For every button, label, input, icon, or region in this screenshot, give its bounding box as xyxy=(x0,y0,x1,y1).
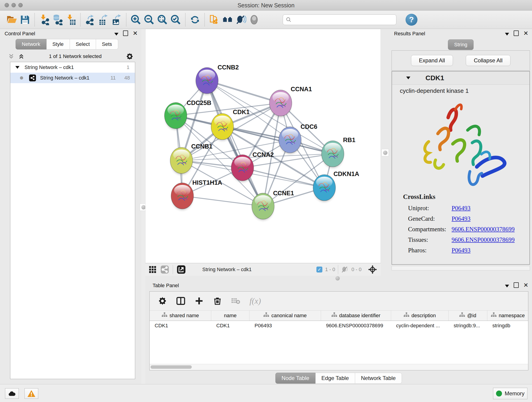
memory-button[interactable]: Memory xyxy=(493,388,527,399)
crosslink-value-link[interactable]: P06493 xyxy=(452,205,471,212)
panel-close-icon[interactable]: ✕ xyxy=(523,282,528,288)
tab-style[interactable]: Style xyxy=(46,39,70,50)
network-edge[interactable] xyxy=(207,81,280,103)
collapse-all-button[interactable]: Collapse All xyxy=(466,55,510,66)
grid-view-icon[interactable] xyxy=(148,265,157,274)
network-node-CDC25B[interactable] xyxy=(165,102,187,130)
protein-card-header[interactable]: CDK1 xyxy=(392,71,530,85)
table-cell[interactable]: 9606.ENSP00000378699 xyxy=(321,321,391,331)
network-node-CCNB1[interactable] xyxy=(170,147,193,175)
search-input[interactable] xyxy=(292,17,389,23)
zoom-out-icon[interactable] xyxy=(143,13,156,27)
hidden-eye-slash-icon[interactable] xyxy=(341,266,349,273)
right-splitter-handle[interactable] xyxy=(381,149,389,156)
import-table-icon[interactable] xyxy=(64,13,77,27)
show-columns-icon[interactable] xyxy=(176,296,185,306)
open-folder-icon[interactable] xyxy=(5,13,18,27)
collapse-all-icon[interactable] xyxy=(8,53,15,60)
tab-string[interactable]: String xyxy=(448,39,473,50)
panel-menu-icon[interactable] xyxy=(505,33,509,36)
delete-table-icon[interactable] xyxy=(231,296,240,306)
network-node-CCNB2[interactable] xyxy=(196,68,218,95)
network-collection-row[interactable]: String Network – cdk1 1 xyxy=(10,62,135,73)
expand-all-icon[interactable] xyxy=(18,53,25,60)
network-view-canvas[interactable]: CCNB2CCNA1CDC25BCDK1CDC6RB1CCNB1CCNA2CDK… xyxy=(145,29,381,263)
table-cell[interactable]: CDK1 xyxy=(211,321,249,331)
table-cell[interactable]: stringdb xyxy=(487,321,528,331)
tree-expand-icon[interactable] xyxy=(15,66,19,69)
crosslink-value-link[interactable]: P06493 xyxy=(452,247,471,254)
table-cell[interactable]: CDK1 xyxy=(150,321,211,331)
table-cell[interactable]: cyclin-dependent ... xyxy=(391,321,449,331)
panel-float-icon[interactable] xyxy=(123,31,128,36)
share-view-icon[interactable] xyxy=(160,265,169,274)
table-gear-icon[interactable] xyxy=(158,296,167,306)
column-header-@id[interactable]: @id xyxy=(449,311,487,321)
warning-button[interactable] xyxy=(25,388,38,399)
collapse-entry-icon[interactable] xyxy=(406,77,410,79)
table-row[interactable]: CDK1CDK1P064939606.ENSP00000378699cyclin… xyxy=(150,321,528,331)
table-cell[interactable]: stringdb:9... xyxy=(449,321,487,331)
tab-select[interactable]: Select xyxy=(70,39,96,50)
panel-menu-icon[interactable] xyxy=(505,285,509,287)
column-header-namespace[interactable]: namespace xyxy=(487,311,528,321)
panel-float-icon[interactable] xyxy=(514,31,519,36)
add-column-icon[interactable] xyxy=(195,296,204,306)
column-header-database-identifier[interactable]: database identifier xyxy=(321,311,391,321)
table-cell[interactable]: P06493 xyxy=(249,321,321,331)
save-floppy-icon[interactable] xyxy=(18,13,32,27)
network-node-CDKN1A[interactable] xyxy=(313,175,336,202)
horizontal-splitter-handle[interactable] xyxy=(336,276,340,281)
panel-close-icon[interactable]: ✕ xyxy=(523,30,528,36)
import-network-icon[interactable] xyxy=(38,13,51,27)
eye-slash-icon[interactable] xyxy=(234,13,247,27)
export-network-icon[interactable] xyxy=(83,13,97,27)
tab-network-table[interactable]: Network Table xyxy=(355,373,402,384)
import-database-icon[interactable] xyxy=(51,13,64,27)
document-share-icon[interactable] xyxy=(208,13,221,27)
panel-close-icon[interactable]: ✕ xyxy=(133,30,138,36)
panel-float-icon[interactable] xyxy=(514,282,519,288)
network-edge[interactable] xyxy=(207,81,263,206)
network-node-RB1[interactable] xyxy=(322,141,344,168)
crosshair-icon[interactable] xyxy=(367,264,378,274)
table-hscrollbar-thumb[interactable] xyxy=(151,365,192,369)
crosslink-value-link[interactable]: 9606.ENSP00000378699 xyxy=(452,226,515,233)
refresh-icon[interactable] xyxy=(188,13,202,27)
open-in-new-icon[interactable] xyxy=(177,265,186,274)
network-edge[interactable] xyxy=(182,196,263,206)
search-box[interactable] xyxy=(283,14,396,25)
column-header-description[interactable]: description xyxy=(391,311,449,321)
help-button[interactable]: ? xyxy=(405,14,418,26)
function-builder-icon[interactable]: f(x) xyxy=(249,296,261,306)
selected-checkbox-icon[interactable]: ✓ xyxy=(317,267,322,273)
tab-network[interactable]: Network xyxy=(16,39,46,50)
tab-sets[interactable]: Sets xyxy=(96,39,118,50)
table-hscrollbar[interactable] xyxy=(150,364,528,370)
export-image-icon[interactable] xyxy=(110,13,123,27)
crosslink-value-link[interactable]: P06493 xyxy=(452,215,471,222)
column-header-shared-name[interactable]: shared name xyxy=(150,311,211,321)
network-node-CCNA1[interactable] xyxy=(269,90,292,117)
gear-icon[interactable] xyxy=(126,52,133,60)
zoom-selected-icon[interactable] xyxy=(169,13,182,27)
network-node-HIST1H1A[interactable] xyxy=(171,183,194,210)
column-header-name[interactable]: name xyxy=(211,311,249,321)
cloud-button[interactable] xyxy=(5,388,19,399)
panel-menu-icon[interactable] xyxy=(114,33,119,36)
network-row[interactable]: String Network – cdk1 11 48 xyxy=(10,73,135,83)
export-table-icon[interactable] xyxy=(97,13,110,27)
tab-edge-table[interactable]: Edge Table xyxy=(316,373,355,384)
houses-icon[interactable] xyxy=(221,13,234,27)
zoom-in-icon[interactable] xyxy=(129,13,143,27)
delete-column-icon[interactable] xyxy=(213,296,222,306)
network-node-CCNE1[interactable] xyxy=(252,193,274,220)
zoom-fit-icon[interactable] xyxy=(156,13,169,27)
column-header-canonical-name[interactable]: canonical name xyxy=(249,311,321,321)
expand-all-button[interactable]: Expand All xyxy=(411,55,453,66)
tab-node-table[interactable]: Node Table xyxy=(275,373,316,384)
crosslink-value-link[interactable]: 9606.ENSP00000378699 xyxy=(452,236,515,243)
network-node-CDC6[interactable] xyxy=(279,127,301,154)
eye-icon[interactable] xyxy=(247,13,261,27)
results-scrollbar-track[interactable] xyxy=(392,266,530,270)
